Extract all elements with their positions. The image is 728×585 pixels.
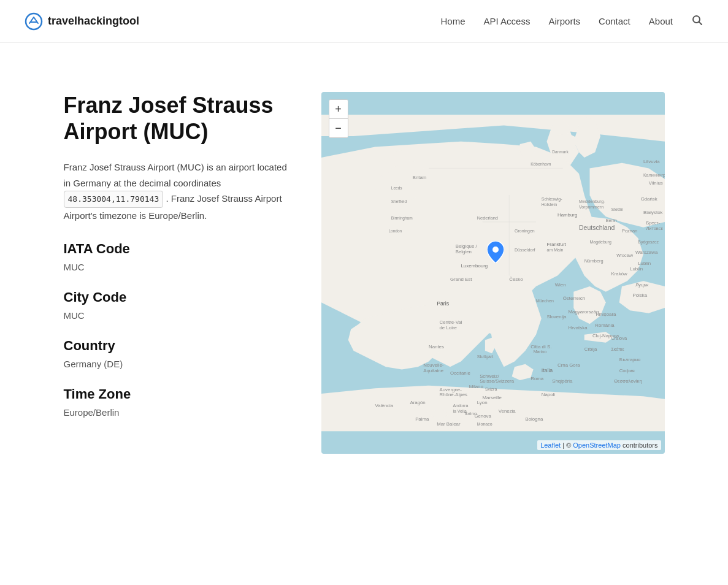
timezone-section: Time Zone Europe/Berlin	[64, 386, 297, 418]
svg-text:България: България	[619, 357, 640, 362]
svg-text:Брест-: Брест-	[646, 220, 660, 226]
attribution-separator: | ©	[562, 442, 573, 449]
svg-text:Σκόπιε: Σκόπιε	[611, 347, 624, 351]
map-container[interactable]: Britain Leeds Sheffield Birmingham Londo…	[321, 92, 665, 454]
svg-text:Frankfurt: Frankfurt	[546, 242, 566, 247]
svg-text:Auvergne-: Auvergne-	[439, 387, 462, 392]
svg-text:Belgique /: Belgique /	[455, 243, 477, 249]
svg-text:am Main: am Main	[546, 248, 563, 252]
svg-text:Schleswig-: Schleswig-	[541, 197, 562, 202]
svg-text:Poznan: Poznan	[622, 228, 637, 234]
svg-text:Düsseldorf: Düsseldorf	[515, 248, 535, 252]
svg-text:Česko: Česko	[509, 277, 523, 282]
city-code-value: MUC	[64, 310, 297, 321]
svg-text:Wroclaw: Wroclaw	[616, 253, 634, 258]
svg-text:Marino: Marino	[533, 350, 546, 354]
svg-text:Berlin: Berlin	[605, 218, 616, 223]
svg-text:Napoli: Napoli	[541, 392, 555, 397]
svg-text:Luxembourg: Luxembourg	[461, 263, 488, 269]
svg-text:Venezia: Venezia	[498, 408, 516, 414]
airport-description: Franz Josef Strauss Airport (MUC) is an …	[64, 159, 297, 224]
zoom-in-button[interactable]: +	[329, 100, 348, 118]
timezone-label: Time Zone	[64, 386, 297, 402]
iata-label: IATA Code	[64, 241, 297, 257]
nav-links: Home API Access Airports Contact About	[441, 14, 703, 29]
nav-about[interactable]: About	[649, 16, 673, 26]
svg-text:Milano: Milano	[469, 384, 483, 389]
nav-airports[interactable]: Airports	[548, 16, 580, 26]
map-controls: + −	[329, 99, 348, 138]
svg-text:Białystok: Białystok	[643, 210, 663, 215]
leaflet-link[interactable]: Leaflet	[540, 442, 561, 449]
info-column: Franz Josef Strauss Airport (MUC) Franz …	[64, 92, 297, 418]
svg-point-100	[431, 410, 447, 418]
svg-text:Луцьк: Луцьк	[635, 282, 648, 288]
osm-link[interactable]: OpenStreetMap	[573, 442, 621, 449]
svg-text:Калининград: Калининград	[643, 172, 665, 178]
svg-text:Schweiz/: Schweiz/	[480, 373, 499, 379]
svg-text:Vorpommern: Vorpommern	[579, 205, 603, 210]
svg-text:Österreich: Österreich	[562, 296, 584, 301]
svg-text:Occitanie: Occitanie	[450, 370, 470, 376]
svg-text:Craiova: Craiova	[611, 335, 627, 341]
svg-text:Gdańsk: Gdańsk	[640, 196, 657, 202]
content-grid: Franz Josef Strauss Airport (MUC) Franz …	[64, 92, 665, 454]
svg-text:Andorra: Andorra	[453, 403, 468, 408]
svg-text:Stuttgart: Stuttgart	[477, 354, 493, 359]
svg-text:Литовск: Литовск	[646, 226, 663, 231]
svg-text:Timișoara: Timișoara	[595, 312, 616, 317]
svg-text:la Vella: la Vella	[453, 409, 467, 413]
svg-text:Deutschland: Deutschland	[579, 224, 615, 231]
svg-text:Nürnberg: Nürnberg	[584, 258, 603, 264]
zoom-out-button[interactable]: −	[329, 119, 348, 137]
nav-api-access[interactable]: API Access	[484, 16, 531, 26]
svg-text:Aquitaine: Aquitaine	[423, 368, 443, 373]
svg-text:Litvuvia: Litvuvia	[643, 159, 660, 164]
description-part1: Franz Josef Strauss Airport (MUC) is an …	[64, 162, 287, 188]
svg-text:Grand Est: Grand Est	[450, 277, 472, 282]
nav-contact[interactable]: Contact	[599, 16, 630, 26]
map-pin	[487, 241, 504, 266]
svg-text:Palma: Palma	[415, 416, 429, 422]
search-icon[interactable]	[691, 14, 703, 29]
iata-value: MUC	[64, 262, 297, 272]
logo-link[interactable]: travelhackingtool	[25, 12, 139, 31]
city-code-section: City Code MUC	[64, 289, 297, 321]
svg-text:Mecklenburg-: Mecklenburg-	[579, 199, 605, 204]
svg-text:Marseille: Marseille	[482, 395, 502, 400]
svg-text:München: München	[536, 299, 554, 303]
svg-text:Mar Balear: Mar Balear	[437, 421, 461, 427]
svg-text:Leeds: Leeds	[391, 186, 402, 190]
svg-text:Сrbija: Сrbija	[584, 346, 597, 352]
svg-text:Lyon: Lyon	[477, 400, 487, 405]
svg-text:Hrvatska: Hrvatska	[568, 325, 588, 331]
svg-text:Hamburg: Hamburg	[557, 212, 577, 218]
country-section: Country Germany (DE)	[64, 338, 297, 369]
svg-text:London: London	[388, 229, 402, 233]
svg-line-3	[699, 21, 702, 25]
svg-text:Lublin: Lublin	[638, 261, 651, 266]
svg-text:Crna Gora: Crna Gora	[557, 362, 580, 368]
nav-home[interactable]: Home	[441, 16, 466, 26]
svg-point-101	[492, 247, 499, 253]
svg-text:Rhône-Alpes: Rhône-Alpes	[439, 392, 467, 397]
svg-text:Magyarország: Magyarország	[568, 309, 599, 315]
svg-text:Italia: Italia	[541, 367, 553, 373]
svg-text:Britain: Britain	[412, 175, 426, 180]
page-wrapper: Franz Josef Strauss Airport (MUC) Franz …	[27, 43, 702, 491]
svg-text:Slovenija: Slovenija	[546, 314, 567, 319]
svg-text:Bologna: Bologna	[525, 416, 543, 422]
map-attribution: Leaflet | © OpenStreetMap contributors	[537, 440, 661, 450]
svg-text:Lublin: Lublin	[630, 266, 643, 272]
logo-icon	[25, 12, 43, 31]
attribution-suffix: contributors	[623, 442, 657, 449]
svg-text:Centre-Val: Centre-Val	[439, 319, 462, 325]
svg-text:România: România	[595, 323, 615, 328]
svg-text:Θεσσαλονίκη: Θεσσαλονίκη	[613, 378, 642, 384]
svg-text:Köbenhavn: Köbenhavn	[531, 162, 551, 166]
svg-text:Holstein: Holstein	[541, 202, 556, 207]
svg-text:València: València	[375, 403, 393, 408]
svg-text:Stettin: Stettin	[611, 207, 623, 212]
country-value: Germany (DE)	[64, 359, 297, 369]
map-svg: Britain Leeds Sheffield Birmingham Londo…	[321, 92, 665, 454]
